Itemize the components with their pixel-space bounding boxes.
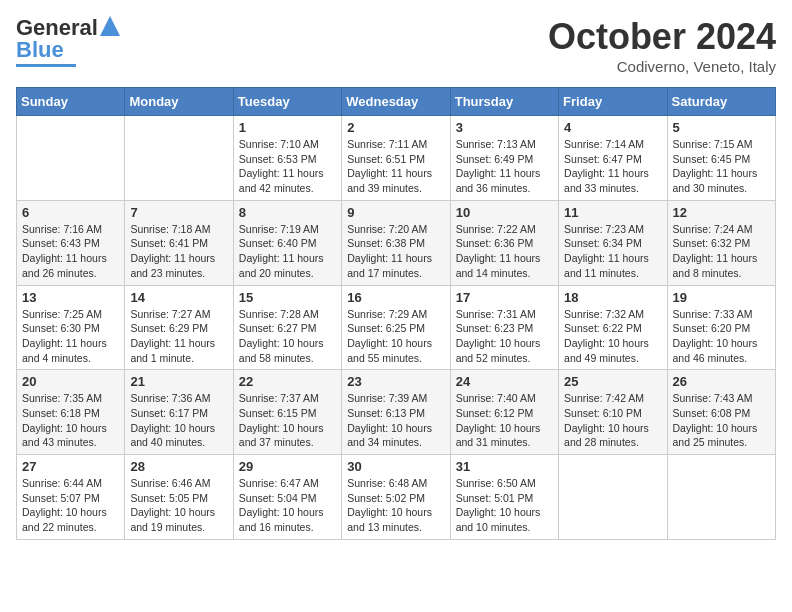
day-number: 20: [22, 374, 119, 389]
day-number: 19: [673, 290, 770, 305]
calendar-day-cell: 29Sunrise: 6:47 AMSunset: 5:04 PMDayligh…: [233, 455, 341, 540]
day-info: Sunrise: 7:43 AMSunset: 6:08 PMDaylight:…: [673, 391, 770, 450]
day-info: Sunrise: 7:13 AMSunset: 6:49 PMDaylight:…: [456, 137, 553, 196]
day-number: 24: [456, 374, 553, 389]
calendar-day-cell: 22Sunrise: 7:37 AMSunset: 6:15 PMDayligh…: [233, 370, 341, 455]
day-of-week-header: Wednesday: [342, 88, 450, 116]
day-info: Sunrise: 7:39 AMSunset: 6:13 PMDaylight:…: [347, 391, 444, 450]
calendar-day-cell: [125, 116, 233, 201]
day-info: Sunrise: 7:25 AMSunset: 6:30 PMDaylight:…: [22, 307, 119, 366]
day-info: Sunrise: 6:46 AMSunset: 5:05 PMDaylight:…: [130, 476, 227, 535]
day-of-week-header: Tuesday: [233, 88, 341, 116]
calendar-day-cell: 26Sunrise: 7:43 AMSunset: 6:08 PMDayligh…: [667, 370, 775, 455]
day-info: Sunrise: 7:23 AMSunset: 6:34 PMDaylight:…: [564, 222, 661, 281]
day-of-week-header: Sunday: [17, 88, 125, 116]
day-number: 29: [239, 459, 336, 474]
calendar-week-row: 6Sunrise: 7:16 AMSunset: 6:43 PMDaylight…: [17, 200, 776, 285]
logo-underline: [16, 64, 76, 67]
calendar-day-cell: 27Sunrise: 6:44 AMSunset: 5:07 PMDayligh…: [17, 455, 125, 540]
day-number: 25: [564, 374, 661, 389]
calendar-day-cell: 21Sunrise: 7:36 AMSunset: 6:17 PMDayligh…: [125, 370, 233, 455]
day-info: Sunrise: 7:11 AMSunset: 6:51 PMDaylight:…: [347, 137, 444, 196]
day-number: 31: [456, 459, 553, 474]
calendar-day-cell: 18Sunrise: 7:32 AMSunset: 6:22 PMDayligh…: [559, 285, 667, 370]
day-number: 13: [22, 290, 119, 305]
calendar-day-cell: 31Sunrise: 6:50 AMSunset: 5:01 PMDayligh…: [450, 455, 558, 540]
day-number: 10: [456, 205, 553, 220]
day-number: 9: [347, 205, 444, 220]
day-info: Sunrise: 6:44 AMSunset: 5:07 PMDaylight:…: [22, 476, 119, 535]
day-info: Sunrise: 7:42 AMSunset: 6:10 PMDaylight:…: [564, 391, 661, 450]
day-of-week-header: Monday: [125, 88, 233, 116]
day-info: Sunrise: 7:19 AMSunset: 6:40 PMDaylight:…: [239, 222, 336, 281]
day-number: 14: [130, 290, 227, 305]
day-info: Sunrise: 7:22 AMSunset: 6:36 PMDaylight:…: [456, 222, 553, 281]
calendar-week-row: 20Sunrise: 7:35 AMSunset: 6:18 PMDayligh…: [17, 370, 776, 455]
calendar-day-cell: [17, 116, 125, 201]
calendar-week-row: 1Sunrise: 7:10 AMSunset: 6:53 PMDaylight…: [17, 116, 776, 201]
day-number: 4: [564, 120, 661, 135]
title-block: October 2024 Codiverno, Veneto, Italy: [548, 16, 776, 75]
day-info: Sunrise: 7:40 AMSunset: 6:12 PMDaylight:…: [456, 391, 553, 450]
day-info: Sunrise: 7:10 AMSunset: 6:53 PMDaylight:…: [239, 137, 336, 196]
calendar-day-cell: 13Sunrise: 7:25 AMSunset: 6:30 PMDayligh…: [17, 285, 125, 370]
day-number: 12: [673, 205, 770, 220]
day-number: 5: [673, 120, 770, 135]
day-info: Sunrise: 6:50 AMSunset: 5:01 PMDaylight:…: [456, 476, 553, 535]
calendar-day-cell: 9Sunrise: 7:20 AMSunset: 6:38 PMDaylight…: [342, 200, 450, 285]
day-number: 2: [347, 120, 444, 135]
logo-icon: [100, 16, 120, 36]
calendar-day-cell: 5Sunrise: 7:15 AMSunset: 6:45 PMDaylight…: [667, 116, 775, 201]
calendar-day-cell: 19Sunrise: 7:33 AMSunset: 6:20 PMDayligh…: [667, 285, 775, 370]
calendar-day-cell: 17Sunrise: 7:31 AMSunset: 6:23 PMDayligh…: [450, 285, 558, 370]
calendar-week-row: 27Sunrise: 6:44 AMSunset: 5:07 PMDayligh…: [17, 455, 776, 540]
day-number: 30: [347, 459, 444, 474]
day-number: 3: [456, 120, 553, 135]
day-number: 1: [239, 120, 336, 135]
calendar-day-cell: [667, 455, 775, 540]
day-of-week-header: Friday: [559, 88, 667, 116]
calendar-day-cell: 2Sunrise: 7:11 AMSunset: 6:51 PMDaylight…: [342, 116, 450, 201]
day-number: 11: [564, 205, 661, 220]
calendar-day-cell: 23Sunrise: 7:39 AMSunset: 6:13 PMDayligh…: [342, 370, 450, 455]
day-number: 23: [347, 374, 444, 389]
calendar-header-row: SundayMondayTuesdayWednesdayThursdayFrid…: [17, 88, 776, 116]
svg-marker-0: [100, 16, 120, 36]
day-number: 8: [239, 205, 336, 220]
day-number: 17: [456, 290, 553, 305]
day-info: Sunrise: 7:32 AMSunset: 6:22 PMDaylight:…: [564, 307, 661, 366]
logo: General Blue: [16, 16, 120, 67]
page-header: General Blue October 2024 Codiverno, Ven…: [16, 16, 776, 75]
day-info: Sunrise: 7:31 AMSunset: 6:23 PMDaylight:…: [456, 307, 553, 366]
day-number: 26: [673, 374, 770, 389]
day-info: Sunrise: 7:18 AMSunset: 6:41 PMDaylight:…: [130, 222, 227, 281]
calendar-day-cell: 7Sunrise: 7:18 AMSunset: 6:41 PMDaylight…: [125, 200, 233, 285]
day-number: 15: [239, 290, 336, 305]
day-info: Sunrise: 7:33 AMSunset: 6:20 PMDaylight:…: [673, 307, 770, 366]
day-info: Sunrise: 6:47 AMSunset: 5:04 PMDaylight:…: [239, 476, 336, 535]
day-number: 27: [22, 459, 119, 474]
day-info: Sunrise: 7:15 AMSunset: 6:45 PMDaylight:…: [673, 137, 770, 196]
calendar-table: SundayMondayTuesdayWednesdayThursdayFrid…: [16, 87, 776, 540]
day-info: Sunrise: 7:29 AMSunset: 6:25 PMDaylight:…: [347, 307, 444, 366]
day-info: Sunrise: 7:20 AMSunset: 6:38 PMDaylight:…: [347, 222, 444, 281]
day-number: 22: [239, 374, 336, 389]
day-of-week-header: Saturday: [667, 88, 775, 116]
day-info: Sunrise: 7:24 AMSunset: 6:32 PMDaylight:…: [673, 222, 770, 281]
day-info: Sunrise: 6:48 AMSunset: 5:02 PMDaylight:…: [347, 476, 444, 535]
day-info: Sunrise: 7:35 AMSunset: 6:18 PMDaylight:…: [22, 391, 119, 450]
day-number: 7: [130, 205, 227, 220]
calendar-day-cell: 8Sunrise: 7:19 AMSunset: 6:40 PMDaylight…: [233, 200, 341, 285]
day-number: 6: [22, 205, 119, 220]
month-title: October 2024: [548, 16, 776, 58]
day-number: 21: [130, 374, 227, 389]
day-number: 28: [130, 459, 227, 474]
day-number: 18: [564, 290, 661, 305]
day-of-week-header: Thursday: [450, 88, 558, 116]
calendar-day-cell: 12Sunrise: 7:24 AMSunset: 6:32 PMDayligh…: [667, 200, 775, 285]
calendar-day-cell: 10Sunrise: 7:22 AMSunset: 6:36 PMDayligh…: [450, 200, 558, 285]
location-subtitle: Codiverno, Veneto, Italy: [548, 58, 776, 75]
calendar-day-cell: 4Sunrise: 7:14 AMSunset: 6:47 PMDaylight…: [559, 116, 667, 201]
day-info: Sunrise: 7:16 AMSunset: 6:43 PMDaylight:…: [22, 222, 119, 281]
day-info: Sunrise: 7:36 AMSunset: 6:17 PMDaylight:…: [130, 391, 227, 450]
